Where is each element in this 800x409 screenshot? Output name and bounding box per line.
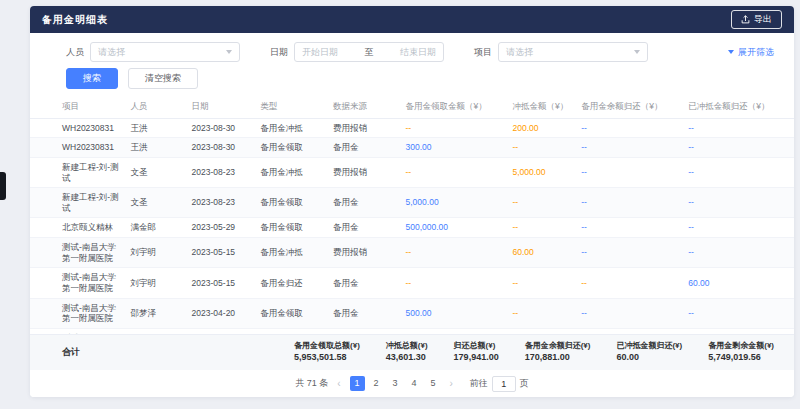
date-range-input[interactable]: 开始日期 至 结束日期: [294, 42, 444, 62]
table-cell: 备用金归还: [255, 268, 328, 298]
table-cell: WH20230831: [30, 138, 126, 158]
export-button[interactable]: 导出: [731, 10, 782, 29]
table-cell: 500,000.00: [401, 218, 508, 238]
table-cell: 费用报销: [328, 238, 401, 268]
date-end-placeholder: 结束日期: [400, 46, 436, 59]
table-cell: 2023-05-15: [187, 268, 256, 298]
table-cell: 备用金领取: [255, 188, 328, 218]
table-cell: --: [683, 138, 794, 158]
table-row: 新建工程-刘-测试文圣2023-08-23备用金冲抵费用报销--5,000.00…: [30, 157, 794, 187]
table-cell: 刘宇明: [126, 238, 187, 268]
project-select[interactable]: 请选择: [498, 42, 648, 62]
prev-page-icon[interactable]: ‹: [334, 378, 343, 389]
goto-suffix: 页: [520, 377, 529, 390]
table-cell: --: [683, 188, 794, 218]
page-number-button[interactable]: 5: [426, 376, 441, 391]
table-cell: 5,000.00: [401, 188, 508, 218]
table-cell: --: [401, 268, 508, 298]
table-cell: 备用金领取: [255, 298, 328, 328]
drawer-handle[interactable]: [0, 172, 6, 200]
table-cell: --: [683, 298, 794, 328]
table-body: WH20230831王洪2023-08-30备用金冲抵费用报销--200.00-…: [30, 118, 794, 334]
table-row: WH20230831王洪2023-08-30备用金领取备用金300.00----…: [30, 138, 794, 158]
page-number-button[interactable]: 2: [369, 376, 384, 391]
table-cell: 5,000.00: [507, 157, 576, 187]
table-cell: 刘宇明: [126, 268, 187, 298]
pagination-pages: 12345: [350, 376, 441, 391]
column-header: 人员: [126, 95, 187, 118]
table-cell: --: [576, 188, 683, 218]
table-cell: 王洪: [126, 138, 187, 158]
column-header: 项目: [30, 95, 126, 118]
chevron-down-icon: [226, 50, 232, 54]
export-label: 导出: [754, 13, 772, 26]
table-cell: 备用金: [328, 298, 401, 328]
goto-page: 前往 页: [470, 376, 529, 392]
table-cell: 备用金冲抵: [255, 118, 328, 138]
table-cell: 2023-08-30: [187, 118, 256, 138]
export-icon: [741, 15, 750, 24]
summary-stat: 备用金领取总额(¥)5,953,501.58: [294, 341, 360, 363]
date-filter: 日期 开始日期 至 结束日期: [270, 42, 444, 62]
person-filter: 人员 请选择: [66, 42, 240, 62]
summary-stats: 备用金领取总额(¥)5,953,501.58冲抵总额(¥)43,601.30归还…: [294, 341, 774, 363]
search-button[interactable]: 搜索: [66, 68, 118, 89]
detail-table: 项目人员日期类型数据来源备用金领取金额（¥）冲抵金额（¥）备用金余额归还（¥）已…: [30, 95, 794, 334]
table-cell: 王洪: [126, 118, 187, 138]
table-cell: --: [683, 118, 794, 138]
table-row: WH20230831王洪2023-08-30备用金冲抵费用报销--200.00-…: [30, 118, 794, 138]
column-header: 日期: [187, 95, 256, 118]
table-cell: --: [401, 238, 508, 268]
table-cell: --: [683, 238, 794, 268]
page-number-button[interactable]: 3: [388, 376, 403, 391]
table-cell: 300.00: [401, 138, 508, 158]
page-title: 备用金明细表: [42, 13, 108, 27]
table-cell: --: [683, 218, 794, 238]
table-cell: 文圣: [126, 157, 187, 187]
table-cell: 费用报销: [328, 118, 401, 138]
chevron-down-icon: [634, 50, 640, 54]
expand-filters-label: 展开筛选: [738, 46, 774, 59]
table-cell: 备用金领取: [255, 218, 328, 238]
person-filter-label: 人员: [66, 46, 84, 59]
table-cell: --: [576, 268, 683, 298]
table-row: 测试-南昌大学第一附属医院邵梦泽2023-04-20备用金领取备用金500.00…: [30, 298, 794, 328]
column-header: 备用金余额归还（¥）: [576, 95, 683, 118]
next-page-icon[interactable]: ›: [447, 378, 456, 389]
table-cell: --: [507, 188, 576, 218]
table-cell: 2023-05-15: [187, 238, 256, 268]
column-header: 冲抵金额（¥）: [507, 95, 576, 118]
table-cell: 新建工程-刘-测试: [30, 188, 126, 218]
page-number-button[interactable]: 1: [350, 376, 365, 391]
table-cell: --: [576, 157, 683, 187]
date-start-placeholder: 开始日期: [302, 46, 338, 59]
table-cell: 备用金: [328, 138, 401, 158]
table-cell: 60.00: [683, 268, 794, 298]
column-header: 备用金领取金额（¥）: [401, 95, 508, 118]
table-cell: --: [576, 238, 683, 268]
table-cell: --: [507, 268, 576, 298]
table-cell: --: [576, 118, 683, 138]
table-scroll-area[interactable]: 项目人员日期类型数据来源备用金领取金额（¥）冲抵金额（¥）备用金余额归还（¥）已…: [30, 95, 794, 334]
date-filter-label: 日期: [270, 46, 288, 59]
table-cell: 备用金冲抵: [255, 238, 328, 268]
table-cell: 邵梦泽: [126, 298, 187, 328]
person-select[interactable]: 请选择: [90, 42, 240, 62]
table-cell: 费用报销: [328, 157, 401, 187]
page-number-button[interactable]: 4: [407, 376, 422, 391]
expand-filters-link[interactable]: 展开筛选: [728, 46, 774, 59]
table-cell: --: [576, 298, 683, 328]
goto-page-input[interactable]: [492, 376, 516, 392]
table-cell: 500.00: [401, 298, 508, 328]
filter-bar: 人员 请选择 日期 开始日期 至 结束日期 项目 请选择: [30, 33, 794, 65]
table-row: 测试-南昌大学第一附属医院刘宇明2023-05-15备用金冲抵费用报销--60.…: [30, 238, 794, 268]
table-cell: --: [507, 218, 576, 238]
table-cell: 满金郎: [126, 218, 187, 238]
project-select-placeholder: 请选择: [506, 46, 533, 59]
table-header-row: 项目人员日期类型数据来源备用金领取金额（¥）冲抵金额（¥）备用金余额归还（¥）已…: [30, 95, 794, 118]
card-header: 备用金明细表 导出: [30, 6, 794, 33]
clear-search-button[interactable]: 清空搜索: [128, 68, 198, 89]
date-separator: 至: [365, 46, 374, 59]
table-cell: 备用金: [328, 218, 401, 238]
summary-stat: 归还总额(¥)179,941.00: [454, 341, 499, 363]
